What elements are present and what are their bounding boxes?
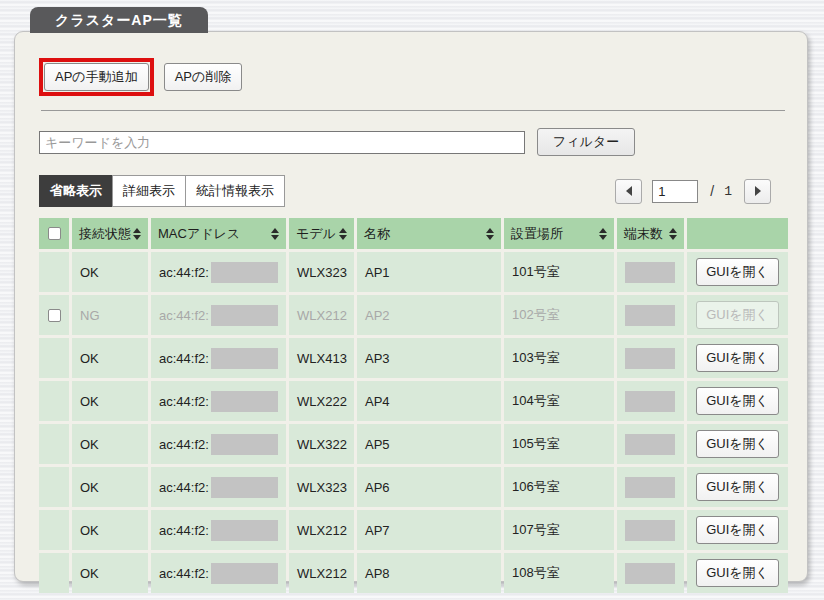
sort-icon[interactable] [339,228,347,240]
location-cell: 108号室 [504,553,614,593]
toolbar: APの手動追加 APの削除 [39,58,787,96]
redacted-clients-box [625,305,675,326]
header-clients-label: 端末数 [624,225,663,243]
status-cell: OK [72,338,148,378]
sort-icon[interactable] [133,228,141,240]
location-cell: 101号室 [504,252,614,292]
cluster-ap-panel: APの手動追加 APの削除 フィルター 省略表示 詳細表示 統計情報表示 / 1 [14,31,808,582]
clients-cell [617,467,684,507]
clients-cell [617,553,684,593]
tab-stats-view[interactable]: 統計情報表示 [185,175,285,207]
mac-cell: ac:44:f2: [151,338,286,378]
keyword-input[interactable] [39,131,525,154]
action-cell: GUIを開く [687,252,788,292]
header-status-label: 接続状態 [79,225,131,243]
mac-prefix: ac:44:f2: [159,394,209,409]
location-cell: 106号室 [504,467,614,507]
page-separator: / [710,183,714,199]
location-cell: 105号室 [504,424,614,464]
page-number-input[interactable] [652,180,698,203]
status-cell: OK [72,424,148,464]
mac-cell: ac:44:f2: [151,510,286,550]
open-gui-button[interactable]: GUIを開く [696,258,779,286]
row-select-cell [39,252,69,292]
open-gui-button[interactable]: GUIを開く [696,559,779,587]
mac-prefix: ac:44:f2: [159,566,209,581]
status-cell: OK [72,467,148,507]
row-select-cell [39,467,69,507]
row-checkbox[interactable] [48,309,61,322]
model-cell: WLX413 [289,338,354,378]
mac-prefix: ac:44:f2: [159,351,209,366]
header-location-label: 設置場所 [511,225,563,243]
row-select-cell [39,338,69,378]
redacted-clients-box [625,262,675,283]
select-all-checkbox[interactable] [48,227,61,240]
filter-row: フィルター [39,128,787,156]
sort-icon[interactable] [271,228,279,240]
mac-cell: ac:44:f2: [151,424,286,464]
location-cell: 107号室 [504,510,614,550]
action-cell: GUIを開く [687,467,788,507]
status-cell: OK [72,252,148,292]
header-mac: MACアドレス [151,218,286,249]
pagination: / 1 [615,179,771,204]
sort-icon[interactable] [669,228,677,240]
location-cell: 102号室 [504,295,614,335]
name-cell: AP5 [357,424,501,464]
clients-cell [617,381,684,421]
model-cell: WLX212 [289,295,354,335]
status-cell: OK [72,553,148,593]
name-cell: AP7 [357,510,501,550]
open-gui-button[interactable]: GUIを開く [696,344,779,372]
header-model-label: モデル [296,225,336,243]
model-cell: WLX222 [289,381,354,421]
header-location: 設置場所 [504,218,614,249]
sort-icon[interactable] [599,228,607,240]
tab-detail-view[interactable]: 詳細表示 [112,175,186,207]
left-arrow-icon [626,186,632,196]
delete-ap-button[interactable]: APの削除 [164,63,243,91]
header-mac-label: MACアドレス [158,225,240,243]
redacted-mac-box [211,391,278,412]
action-cell: GUIを開く [687,295,788,335]
redacted-mac-box [211,434,278,455]
location-cell: 104号室 [504,381,614,421]
model-cell: WLX323 [289,252,354,292]
model-cell: WLX212 [289,510,354,550]
filter-button[interactable]: フィルター [537,128,635,156]
header-status: 接続状態 [72,218,148,249]
annotation-highlight-box: APの手動追加 [39,58,154,96]
action-cell: GUIを開く [687,553,788,593]
open-gui-button[interactable]: GUIを開く [696,387,779,415]
next-page-button[interactable] [744,179,771,204]
redacted-mac-box [211,348,278,369]
row-select-cell [39,553,69,593]
status-cell: NG [72,295,148,335]
tab-summary-view[interactable]: 省略表示 [39,175,113,207]
redacted-clients-box [625,348,675,369]
open-gui-button: GUIを開く [696,301,779,329]
page-title-tab: クラスターAP一覧 [30,7,208,33]
redacted-clients-box [625,391,675,412]
controls-row: 省略表示 詳細表示 統計情報表示 / 1 [39,175,787,207]
toolbar-divider [41,110,785,111]
add-ap-button[interactable]: APの手動追加 [44,63,149,91]
mac-prefix: ac:44:f2: [159,523,209,538]
header-model: モデル [289,218,354,249]
view-tabs: 省略表示 詳細表示 統計情報表示 [39,175,285,207]
right-arrow-icon [755,186,761,196]
row-select-cell [39,381,69,421]
name-cell: AP4 [357,381,501,421]
name-cell: AP2 [357,295,501,335]
sort-icon[interactable] [486,228,494,240]
name-cell: AP1 [357,252,501,292]
action-cell: GUIを開く [687,510,788,550]
open-gui-button[interactable]: GUIを開く [696,516,779,544]
open-gui-button[interactable]: GUIを開く [696,473,779,501]
name-cell: AP6 [357,467,501,507]
open-gui-button[interactable]: GUIを開く [696,430,779,458]
prev-page-button[interactable] [615,179,642,204]
mac-prefix: ac:44:f2: [159,308,209,323]
redacted-mac-box [211,520,278,541]
